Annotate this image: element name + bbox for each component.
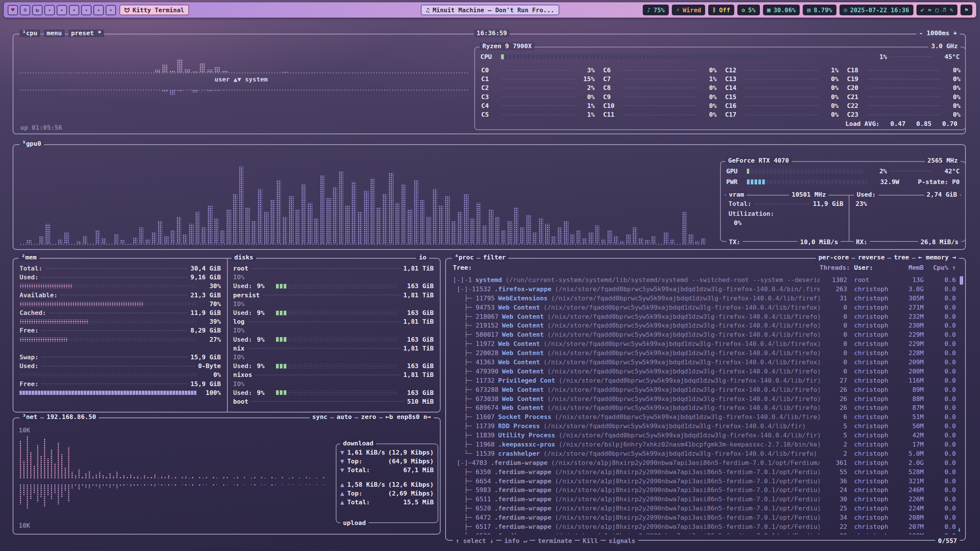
panel-button[interactable]: zero <box>358 413 379 421</box>
process-row[interactable]: ├─ 673288Web Content(/nix/store/fqadd0bp… <box>453 385 956 395</box>
process-row[interactable]: ├─ 689674Web Content(/nix/store/fqadd0bp… <box>453 403 956 412</box>
window-title-module[interactable]: ᗢ Kitty Terminal <box>119 5 189 15</box>
workspace-button[interactable]: ▪ <box>57 5 67 15</box>
proc-action-button[interactable]: signals <box>606 537 638 545</box>
workspace-button[interactable]: ↻ <box>32 5 42 15</box>
process-threads: 0 <box>820 358 847 367</box>
memory-panel: ²mem disks io Total: 30,4 GiB <box>13 258 441 412</box>
leader-line <box>746 114 818 115</box>
threads-column-header[interactable]: Threads: <box>820 264 847 271</box>
system-tray[interactable]: ✔ ≈ ▢ ♬ ✎ <box>916 5 957 15</box>
window-icon[interactable]: ▢ <box>935 7 939 13</box>
process-list: [-]-1systemd(/run/current-system/systemd… <box>448 276 964 535</box>
workspace-button[interactable]: ▪ <box>44 5 55 15</box>
process-row[interactable]: ├─ 11968.keepassxc-prox(/nix/store/bslpj… <box>453 440 956 449</box>
panel-button[interactable]: ←b enp8s0 n→ <box>383 413 434 421</box>
process-row[interactable]: ├─ 11607Socket Process(/nix/store/fqadd0… <box>453 412 956 422</box>
process-row[interactable]: ├─ 6536.ferdium-wrappe(/nix/store/a1pj8h… <box>453 531 956 535</box>
graph-column <box>154 484 156 487</box>
mem-panel-button[interactable]: ²mem <box>19 254 39 261</box>
cpu-usage-module[interactable]: ✿ 5% <box>737 5 760 15</box>
update-interval-button[interactable]: - 1000ms + <box>916 29 960 37</box>
process-row[interactable]: ├─ 218067Web Content(/nix/store/fqadd0bp… <box>453 312 956 321</box>
panel-button[interactable]: reverse <box>855 254 887 261</box>
clock-module[interactable]: ◷ 2025-07-22 16:36 <box>840 5 913 15</box>
memory-module[interactable]: ▦ 30.06% <box>763 5 800 15</box>
process-row[interactable]: ├─ 41363Web Content(/nix/store/fqadd0bpr… <box>453 358 956 367</box>
process-row[interactable]: ├─ 5983.ferdium-wrappe(/nix/store/a1pj8h… <box>453 486 956 495</box>
process-row[interactable]: [-]-1systemd(/run/current-system/systemd… <box>453 276 956 285</box>
process-row[interactable]: ├─ 6517.ferdium-wrappe(/nix/store/a1pj8h… <box>453 522 956 531</box>
workspace-button[interactable]: ▪ <box>81 5 91 15</box>
process-row[interactable]: ├─ 11839Utility Process(/nix/store/fqadd… <box>453 431 956 440</box>
process-row[interactable]: ├─ 11732Privileged Cont(/nix/store/fqadd… <box>453 376 956 385</box>
net-panel-button[interactable]: ³net <box>20 413 40 421</box>
process-row[interactable]: ├─ 6511.ferdium-wrappe(/nix/store/a1pj8h… <box>453 495 956 504</box>
process-row[interactable]: └─ 11539crashhelper(/nix/store/fqadd0bpr… <box>453 449 956 458</box>
panel-button[interactable]: auto <box>334 413 354 421</box>
panel-button[interactable]: per-core <box>816 254 851 261</box>
down-arrow-icon: ▼ <box>340 466 344 474</box>
tree-column-header[interactable]: Tree: <box>453 264 820 271</box>
process-row[interactable]: ├─ 220028Web Content(/nix/store/fqadd0bp… <box>453 349 956 358</box>
panel-button[interactable]: sync <box>310 413 330 421</box>
process-row[interactable]: ├─ 6654.ferdium-wrappe(/nix/store/a1pj8h… <box>453 477 956 486</box>
process-row[interactable]: [-]~4783.ferdium-wrappe(/nix/store/a1pj8… <box>453 458 956 468</box>
panel-button[interactable]: tree <box>891 254 912 261</box>
memory-column-header[interactable]: MemB <box>894 264 924 271</box>
process-row[interactable]: ├─ 11972Web Content(/nix/store/fqadd0bpr… <box>453 339 956 349</box>
process-row[interactable]: ├─ 479390Web Content(/nix/store/fqadd0bp… <box>453 367 956 376</box>
process-row[interactable]: ├─ 673038Web Content(/nix/store/fqadd0bp… <box>453 395 956 404</box>
workspace-button[interactable]: ♥ <box>8 5 18 15</box>
process-row[interactable]: ├─ 94753Web Content(/nix/store/fqadd0bpr… <box>453 303 956 312</box>
notification-module[interactable]: ⚑ <box>960 5 972 15</box>
panel-button[interactable]: ⁴proc <box>452 254 477 261</box>
io-mode-button[interactable]: io <box>416 254 429 261</box>
panel-button[interactable]: ⁵gpu0 <box>20 140 44 148</box>
module-value: Wired <box>683 7 701 14</box>
workspace-button[interactable]: ▪ <box>106 5 116 15</box>
volume-module[interactable]: ♪ 75% <box>643 5 669 15</box>
wave-icon[interactable]: ≈ <box>928 7 931 13</box>
process-row[interactable]: ├─ 6472.ferdium-wrappe(/nix/store/a1pj8h… <box>453 513 956 522</box>
proc-action-button[interactable]: terminate <box>535 537 575 545</box>
disks-label[interactable]: disks <box>232 254 256 261</box>
edit-icon[interactable]: ✎ <box>950 7 953 13</box>
process-row[interactable]: ├─ 580017Web Content(/nix/store/fqadd0bp… <box>453 330 956 339</box>
process-row[interactable]: [-]-11532.firefox-wrappe(/nix/store/fqad… <box>453 285 956 294</box>
panel-button[interactable]: ← memory → <box>916 254 959 261</box>
workspace-button[interactable]: ▪ <box>93 5 104 15</box>
process-command: ├─ 11795WebExtensions(/nix/store/fqadd0b… <box>453 294 820 303</box>
process-cpu: 0.0 <box>924 504 956 513</box>
disk-module[interactable]: ▤ 8.79% <box>803 5 836 15</box>
process-row[interactable]: ├─ 6520.ferdium-wrappe(/nix/store/a1pj8h… <box>453 504 956 513</box>
proc-action-button[interactable]: Kill <box>580 537 601 545</box>
user-column-header[interactable]: User: <box>847 264 894 271</box>
cpu-column-header[interactable]: Cpu% ↑ <box>924 264 956 271</box>
proc-action-button[interactable]: ↑ select ↓ <box>453 537 496 545</box>
tree-branch: [-]- <box>453 285 472 293</box>
process-row[interactable]: ├─ 11795WebExtensions(/nix/store/fqadd0b… <box>453 294 956 303</box>
panel-button[interactable]: filter <box>480 254 509 261</box>
process-row[interactable]: ├─ 11739RDD Process(/nix/store/fqadd0bpr… <box>453 422 956 431</box>
workspace-button[interactable]: ▪ <box>69 5 79 15</box>
check-icon[interactable]: ✔ <box>921 7 924 13</box>
scroll-down-indicator[interactable]: ↓ <box>957 526 961 533</box>
panel-button[interactable]: preset * <box>69 29 104 37</box>
process-row[interactable]: ├─ 219152Web Content(/nix/store/fqadd0bp… <box>453 321 956 330</box>
music-player-module[interactable]: ♫ Minuit Machine – Don't Run Fro... <box>421 5 559 15</box>
media-icon[interactable]: ♬ <box>942 7 946 13</box>
network-module[interactable]: ⚡ Wired <box>672 5 705 15</box>
panel-button[interactable]: ¹cpu <box>20 29 40 37</box>
workspace-button[interactable]: ❄ <box>20 5 30 15</box>
graph-column <box>243 477 245 479</box>
net-stat-row: ▲1,58 KiB/s (12,6 Kibps) <box>336 480 438 489</box>
core-usage-row: C22 0% <box>847 101 961 110</box>
scrollbar-thumb[interactable] <box>960 276 963 285</box>
panel-button[interactable]: menu <box>44 29 65 37</box>
process-cpu: 0.0 <box>924 367 956 376</box>
bluetooth-module[interactable]: ᛒ Off <box>708 5 734 15</box>
process-row[interactable]: ├─ 6350.ferdium-wrappe(/nix/store/a1pj8h… <box>453 468 956 477</box>
leader-line <box>746 70 818 71</box>
proc-action-button[interactable]: info ↵ <box>501 537 530 545</box>
